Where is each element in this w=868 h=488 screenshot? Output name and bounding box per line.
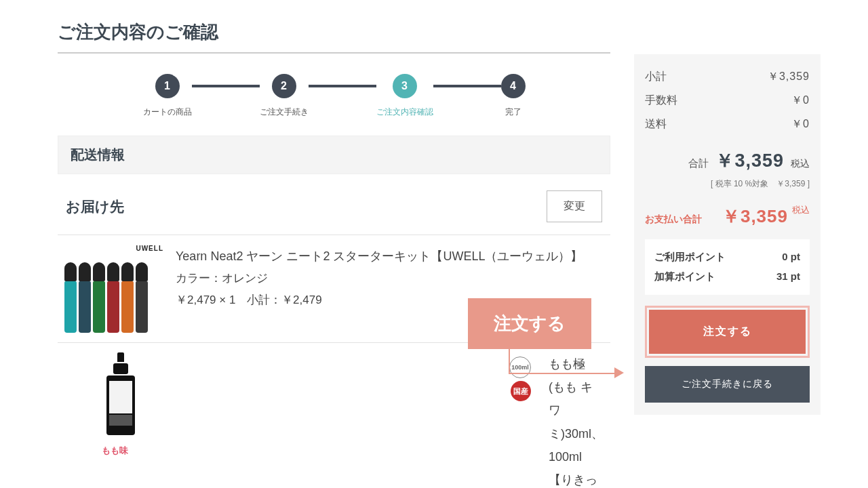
summary-fee-value: ￥0 [791,94,810,108]
summary-shipping-label: 送料 [645,117,667,131]
volume-badge-icon: 100ml [509,357,531,378]
step-3-label: ご注文内容確認 [376,106,433,118]
step-1-circle: 1 [155,74,180,98]
points-box: ご利用ポイント 0 pt 加算ポイント 31 pt [645,239,810,295]
annotation-label: 注文する [468,298,591,349]
annotation-callout: 注文する [468,298,591,349]
summary-subtotal-row: 小計 ￥3,359 [645,65,810,89]
brand-logo: UWELL [136,245,163,252]
step-3: 3 ご注文内容確認 [376,74,433,118]
delivery-address-row: お届け先 変更 [58,190,610,235]
item-option: カラー：オレンジ [176,268,604,289]
step-3-circle: 3 [393,74,417,98]
step-2: 2 ご注文手続き [260,74,309,118]
delivery-address-label: お届け先 [66,197,124,216]
order-summary: 小計 ￥3,359 手数料 ￥0 送料 ￥0 合計 ￥3,359 税込 [ 税率… [634,54,821,415]
order-item: もも味 100ml 国産 もも極 (もも キワミ)30ml、100ml 【りきっ… [58,343,610,488]
summary-tax-inc: 税込 [791,158,810,170]
flavor-label: もも味 [102,445,128,457]
summary-shipping-value: ￥0 [791,117,810,131]
points-used-value: 0 pt [782,251,800,264]
summary-total-label: 合計 [688,157,709,170]
summary-pay-tax-inc: 税込 [792,205,810,216]
item-image: もも味 100ml 国産 [64,352,539,454]
annotation-line [509,347,510,373]
summary-pay-label: お支払い合計 [645,214,702,226]
arrow-right-icon [614,367,624,378]
order-button-highlight: 注文する [645,306,810,358]
points-used-row: ご利用ポイント 0 pt [654,247,800,267]
step-2-label: ご注文手続き [260,106,309,118]
summary-fee-label: 手数料 [645,94,677,108]
delivery-section-header: 配送情報 [58,136,610,174]
step-1: 1 カートの商品 [143,74,192,118]
step-bar [192,85,260,87]
product-illustration [64,262,150,333]
step-2-circle: 2 [272,74,296,98]
step-bar [433,85,501,87]
step-1-label: カートの商品 [143,106,192,118]
step-bar [309,85,376,87]
points-used-label: ご利用ポイント [654,251,726,264]
summary-subtotal-label: 小計 [645,70,667,84]
summary-subtotal-value: ￥3,359 [768,70,810,84]
progress-steps: 1 カートの商品 2 ご注文手続き 3 ご注文内容確認 4 完了 [58,74,610,118]
order-button[interactable]: 注文する [649,310,806,354]
step-4-label: 完了 [505,106,521,118]
step-4: 4 完了 [501,74,526,118]
page-title: ご注文内容のご確認 [58,20,610,54]
points-add-row: 加算ポイント 31 pt [654,267,800,287]
item-title: Yearn Neat2 ヤーン ニート2 スターターキット【UWELL（ユーウェ… [176,245,604,268]
summary-pay-value: ￥3,359 [722,205,788,228]
summary-total-row: 合計 ￥3,359 税込 [645,148,810,173]
points-add-value: 31 pt [776,270,800,283]
domestic-badge-icon: 国産 [511,381,531,401]
points-add-label: 加算ポイント [654,270,715,283]
item-unit-price: ￥2,479 × 1 [176,293,235,306]
product-illustration [106,352,135,435]
item-image: UWELL [64,245,166,333]
summary-tax-note: [ 税率 10 %対象 ￥3,359 ] [645,178,810,190]
summary-shipping-row: 送料 ￥0 [645,113,810,136]
summary-pay-row: お支払い合計 ￥3,359 税込 [645,205,810,228]
item-subtotal: 小計：￥2,479 [247,289,322,311]
step-4-circle: 4 [501,74,526,98]
annotation-line [509,373,617,374]
back-button[interactable]: ご注文手続きに戻る [645,366,810,403]
change-address-button[interactable]: 変更 [547,190,602,222]
summary-fee-row: 手数料 ￥0 [645,89,810,113]
summary-total-value: ￥3,359 [715,148,784,173]
